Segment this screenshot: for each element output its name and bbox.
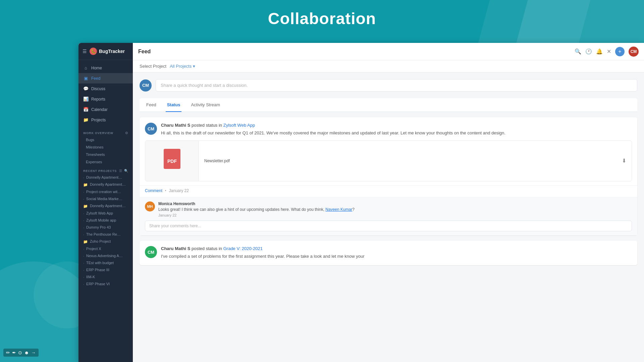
work-overview-section: WORK OVERVIEW ⊙ <box>78 128 133 136</box>
project-bullet-icon: · <box>83 212 84 216</box>
add-button[interactable]: + <box>615 47 625 56</box>
comment-area-1: MH Monica Hemsworth Looks great! I think… <box>140 197 637 236</box>
timer-icon[interactable]: 🕐 <box>585 48 592 55</box>
project-bullet-icon: · <box>83 247 84 251</box>
comment-action-link[interactable]: Comment <box>145 188 162 193</box>
recent-project-11[interactable]: · Nexus Advertising Age <box>78 252 133 259</box>
project-bullet-icon: · <box>83 275 84 279</box>
page-header: Collaboration <box>0 0 644 37</box>
circle-icon[interactable]: ⊙ <box>18 350 22 355</box>
search-recent-icon[interactable]: 🔍 <box>124 169 128 173</box>
post-meta-2: Charu Mathi S posted status in Grade V: … <box>161 246 365 260</box>
comment-input-1[interactable]: Share your comments here... <box>145 221 632 231</box>
post-avatar-2: CM <box>145 246 157 258</box>
recent-project-3[interactable]: · Social Media Marketing <box>78 195 133 202</box>
project-bullet-icon: · <box>83 268 84 272</box>
select-project-label: Select Project <box>140 64 166 69</box>
sidebar-item-milestones[interactable]: Milestones <box>78 143 133 151</box>
recent-project-1[interactable]: 📁 Donnelly Apartments C <box>78 181 133 188</box>
tab-activity-stream[interactable]: Activity Stream <box>190 98 221 112</box>
compose-input[interactable]: Share a quick thought and start a discus… <box>156 79 637 92</box>
topbar-title: Feed <box>138 49 151 55</box>
download-icon[interactable]: ⬇ <box>622 158 626 164</box>
attachment-preview-1: PDF <box>145 141 199 181</box>
sidebar: ☰ 🐛 BugTracker ⌂ Home ▣ Feed 💬 Discuss 📊… <box>78 43 133 362</box>
home-icon: ⌂ <box>83 65 89 70</box>
sidebar-item-timesheets[interactable]: Timesheets <box>78 151 133 158</box>
recent-project-8[interactable]: · The Penthouse Remode <box>78 231 133 238</box>
project-folder-icon: 📁 <box>83 240 88 244</box>
topbar: Feed 🔍 🕐 🔔 ✕ + CM <box>133 43 644 60</box>
list-view-icon[interactable]: ☰ <box>119 169 122 173</box>
sidebar-item-calendar[interactable]: 📅 Calendar <box>78 104 133 115</box>
comment-author-1: Monica Hemsworth <box>158 201 632 206</box>
page-title: Collaboration <box>268 9 376 28</box>
comment-date-1: January 22 <box>158 213 632 217</box>
project-bullet-icon: · <box>83 233 84 237</box>
recent-project-13[interactable]: · ERP Phase III <box>78 266 133 274</box>
pencil-icon[interactable]: ✏ <box>6 350 10 355</box>
recent-project-2[interactable]: · Project creation with la <box>78 188 133 195</box>
recent-project-15[interactable]: · ERP Phase VI <box>78 281 133 288</box>
recent-project-0[interactable]: · Donnelly Apartments C <box>78 174 133 181</box>
feed-tabs: Feed Status Activity Stream <box>140 98 637 112</box>
project-bullet-icon: · <box>83 197 84 201</box>
tab-status[interactable]: Status <box>166 98 182 112</box>
recent-project-6[interactable]: · Zylsoft Mobile app <box>78 217 133 224</box>
sidebar-item-discuss[interactable]: 💬 Discuss <box>78 83 133 94</box>
filter-bar: Select Project All Projects ▾ <box>133 60 644 72</box>
attachment-name-1: Newsletter.pdf <box>204 159 230 163</box>
face-icon[interactable]: ☻ <box>24 350 29 355</box>
brush-icon[interactable]: ✒ <box>12 350 16 355</box>
recent-projects-actions: ☰ 🔍 <box>119 169 128 173</box>
post-text-2: I've compiled a set of problems for the … <box>161 253 365 260</box>
hamburger-icon[interactable]: ☰ <box>83 49 87 54</box>
post-header-1: CM Charu Mathi S posted status in Zylsof… <box>140 117 637 140</box>
project-folder-icon: 📁 <box>83 204 88 208</box>
comment-avatar-1: MH <box>145 201 155 212</box>
post-card-1: CM Charu Mathi S posted status in Zylsof… <box>140 117 637 235</box>
notification-icon[interactable]: 🔔 <box>596 48 603 55</box>
post-project-link-2[interactable]: Grade V: 2020-2021 <box>223 246 263 251</box>
attachment-area-1: PDF Newsletter.pdf ⬇ <box>145 140 632 181</box>
arrow-icon[interactable]: → <box>31 350 36 355</box>
sidebar-nav: ⌂ Home ▣ Feed 💬 Discuss 📊 Reports 📅 Cale… <box>78 60 133 128</box>
post-avatar-1: CM <box>145 123 157 135</box>
project-bullet-icon: · <box>83 176 84 180</box>
recent-project-5[interactable]: · Zylsoft Web App <box>78 210 133 217</box>
comment-text-1: Looks great! I think we can also give a … <box>158 207 632 213</box>
tab-feed[interactable]: Feed <box>145 98 158 112</box>
app-window: ☰ 🐛 BugTracker ⌂ Home ▣ Feed 💬 Discuss 📊… <box>78 43 644 362</box>
recent-project-7[interactable]: · Dummy Pro 43 <box>78 224 133 231</box>
sidebar-item-expenses[interactable]: Expenses <box>78 158 133 166</box>
user-avatar[interactable]: CM <box>629 47 639 57</box>
sidebar-item-bugs[interactable]: Bugs <box>78 136 133 143</box>
project-bullet-icon: · <box>83 190 84 194</box>
recent-project-9[interactable]: 📁 Zoho Project <box>78 238 133 245</box>
sidebar-item-home[interactable]: ⌂ Home <box>78 63 133 73</box>
search-icon[interactable]: 🔍 <box>575 48 581 55</box>
close-icon[interactable]: ✕ <box>607 48 611 55</box>
post-project-link-1[interactable]: Zylsoft Web App <box>223 123 255 128</box>
recent-project-4[interactable]: 📁 Donnelly Apartments C <box>78 202 133 210</box>
recent-project-14[interactable]: · IIM-K <box>78 274 133 281</box>
comment-mention-1[interactable]: Naveen Kumar <box>325 207 352 212</box>
sidebar-item-reports[interactable]: 📊 Reports <box>78 94 133 104</box>
project-filter-dropdown[interactable]: All Projects ▾ <box>170 64 195 69</box>
brand-name: BugTracker <box>99 49 125 54</box>
attachment-info-1: Newsletter.pdf ⬇ <box>199 141 632 181</box>
feed-area: CM Share a quick thought and start a dis… <box>133 72 644 362</box>
comment-content-1: Monica Hemsworth Looks great! I think we… <box>158 201 632 218</box>
sidebar-header: ☰ 🐛 BugTracker <box>78 43 133 60</box>
work-overview-icon: ⊙ <box>125 131 128 135</box>
recent-project-10[interactable]: · Project X <box>78 245 133 252</box>
compose-area: CM Share a quick thought and start a dis… <box>140 79 637 92</box>
sidebar-item-projects[interactable]: 📁 Projects <box>78 115 133 125</box>
recent-project-12[interactable]: · TEst with budget <box>78 259 133 266</box>
sidebar-item-feed[interactable]: ▣ Feed <box>78 73 133 83</box>
post-author-2: Charu Mathi S posted status in Grade V: … <box>161 246 365 251</box>
discuss-icon: 💬 <box>83 86 89 91</box>
project-folder-icon: 📁 <box>83 183 88 187</box>
main-content: Feed 🔍 🕐 🔔 ✕ + CM Select Project All Pro… <box>133 43 644 362</box>
project-bullet-icon: · <box>83 282 84 286</box>
